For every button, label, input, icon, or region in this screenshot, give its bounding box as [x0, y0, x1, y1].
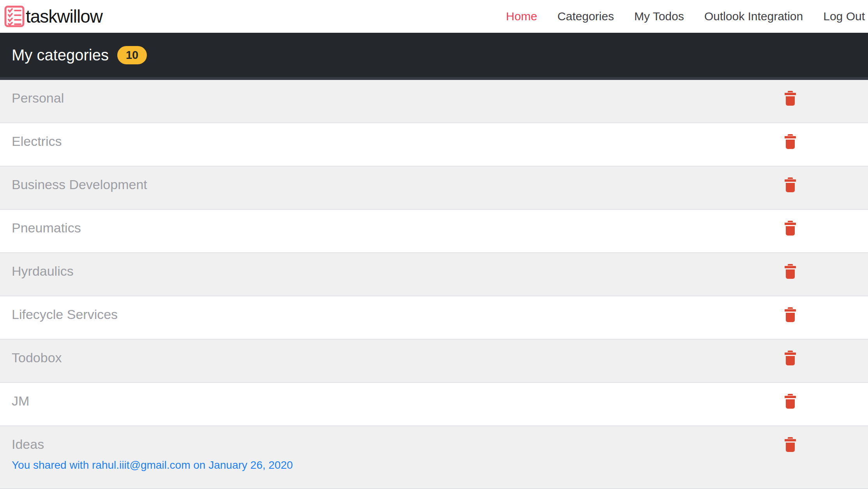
delete-category-button[interactable] [783, 177, 797, 193]
nav-item-home[interactable]: Home [506, 10, 537, 23]
category-row-jm[interactable]: JM [0, 383, 868, 426]
nav-item-my-todos[interactable]: My Todos [634, 10, 684, 23]
category-row-business-development[interactable]: Business Development [0, 167, 868, 210]
panel-heading: My categories 10 [0, 33, 868, 80]
trash-icon [785, 351, 796, 365]
category-row-personal[interactable]: Personal [0, 80, 868, 123]
trash-icon [785, 437, 796, 452]
delete-category-button[interactable] [783, 437, 797, 453]
category-name: JM [12, 393, 29, 409]
category-name: Pneumatics [12, 220, 81, 236]
category-name: Ideas [12, 436, 44, 452]
page-title: My categories [12, 46, 109, 64]
category-name: Hyrdaulics [12, 263, 74, 279]
category-name: Personal [12, 90, 64, 106]
category-row-electrics[interactable]: Electrics [0, 123, 868, 167]
trash-icon [785, 91, 796, 106]
category-name: Todobox [12, 350, 62, 366]
delete-category-button[interactable] [783, 307, 797, 323]
shared-note: You shared with rahul.iiit@gmail.com on … [12, 459, 786, 472]
delete-category-button[interactable] [783, 264, 797, 280]
category-row-lifecycle-services[interactable]: Lifecycle Services [0, 296, 868, 340]
brand-logo[interactable]: taskwillow [4, 5, 102, 27]
category-name: Electrics [12, 133, 62, 149]
trash-icon [785, 134, 796, 149]
page: taskwillow Home Categories My Todos Outl… [0, 0, 868, 489]
checklist-icon [4, 5, 25, 27]
trash-icon [785, 264, 796, 279]
trash-icon [785, 221, 796, 236]
trash-icon [785, 177, 796, 192]
category-name: Business Development [12, 177, 147, 193]
delete-category-button[interactable] [783, 91, 797, 106]
brand-name: taskwillow [26, 6, 102, 27]
delete-category-button[interactable] [783, 394, 797, 409]
top-navbar: taskwillow Home Categories My Todos Outl… [0, 0, 868, 33]
trash-icon [785, 307, 796, 322]
category-count-badge: 10 [117, 46, 147, 64]
category-row-ideas[interactable]: Ideas You shared with rahul.iiit@gmail.c… [0, 426, 868, 489]
category-row-pneumatics[interactable]: Pneumatics [0, 210, 868, 253]
nav-item-categories[interactable]: Categories [557, 10, 614, 23]
category-name: Lifecycle Services [12, 307, 118, 322]
delete-category-button[interactable] [783, 134, 797, 150]
delete-category-button[interactable] [783, 221, 797, 236]
category-row-todobox[interactable]: Todobox [0, 340, 868, 383]
trash-icon [785, 394, 796, 409]
category-list: Personal Electrics Business Developm [0, 80, 868, 489]
category-row-hyrdaulics[interactable]: Hyrdaulics [0, 253, 868, 296]
nav-links: Home Categories My Todos Outlook Integra… [506, 10, 865, 23]
delete-category-button[interactable] [783, 351, 797, 366]
nav-item-log-out[interactable]: Log Out [823, 10, 865, 23]
nav-item-outlook-integration[interactable]: Outlook Integration [704, 10, 803, 23]
